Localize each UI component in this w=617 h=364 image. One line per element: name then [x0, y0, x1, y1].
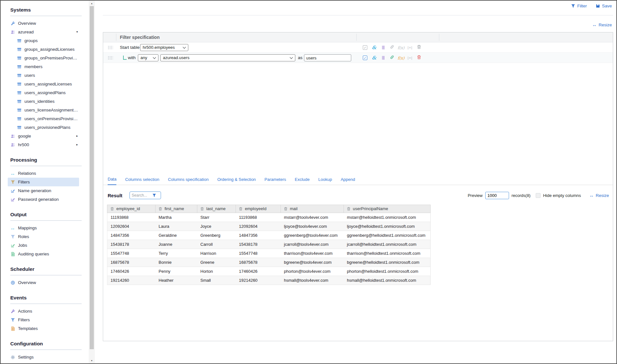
link-button[interactable]	[389, 55, 395, 60]
tab-ordering-selection[interactable]: Ordering & Selection	[217, 177, 256, 185]
drag-handle-icon[interactable]	[108, 46, 113, 49]
users-icon	[10, 142, 15, 147]
row-enabled-checkbox[interactable]: ✓	[362, 55, 368, 60]
result-bar: Result Preview records(8) Hide empty col…	[108, 191, 609, 200]
scroll-down-icon[interactable]: ▼	[89, 360, 95, 362]
chevron-right-icon[interactable]: ►	[76, 135, 79, 138]
row-enabled-checkbox[interactable]: ✓	[362, 45, 368, 50]
operator-select[interactable]: any	[138, 54, 158, 61]
table-icon	[17, 90, 22, 95]
pipe-button[interactable]	[380, 45, 386, 50]
table-cell: ggreenberg@helloidtest1.onmicrosoft.com	[344, 231, 431, 240]
search-funnel-icon[interactable]	[152, 193, 156, 197]
sidebar-item-google[interactable]: google►	[8, 132, 79, 140]
sidebar-item-mappings[interactable]: ↔Mappings	[8, 224, 79, 232]
sidebar-item-password-generation[interactable]: Password generation	[8, 195, 79, 204]
table-cell: 15438178	[236, 240, 281, 249]
chevron-right-icon[interactable]: ►	[76, 143, 79, 146]
filter-button[interactable]: Filter	[571, 4, 587, 8]
table-cell: Horton	[197, 267, 236, 276]
column-header-last_name: last_name	[197, 205, 236, 213]
sidebar-item-azuread[interactable]: azuread▼	[8, 28, 79, 36]
sidebar-item-variables[interactable]: Variables	[8, 361, 79, 363]
sidebar-item-overview[interactable]: Overview	[8, 278, 79, 287]
hide-empty-columns-checkbox[interactable]	[536, 193, 541, 198]
tab-exclude[interactable]: Exclude	[295, 177, 309, 185]
tab-append[interactable]: Append	[341, 177, 355, 185]
sidebar-item-label: Name generation	[18, 188, 51, 193]
bounds-button[interactable]: |×|	[407, 45, 413, 50]
sidebar-item-users-provisionedplans[interactable]: users_provisionedPlans	[8, 123, 79, 132]
delete-row-button[interactable]	[416, 55, 422, 60]
sidebar-item-groups[interactable]: groups	[8, 36, 79, 45]
search-input[interactable]	[132, 193, 152, 198]
sidebar-item-users-identities[interactable]: users_identities	[8, 97, 79, 106]
sidebar-item-users-licenseassignmentstat-[interactable]: users_licenseAssignmentStat...	[8, 106, 79, 114]
sidebar-item-label: groups	[24, 38, 38, 43]
alias-input[interactable]	[304, 54, 351, 61]
sidebar-item-users-assignedplans[interactable]: users_assignedPlans	[8, 88, 79, 97]
chevron-down-icon[interactable]: ▼	[76, 31, 79, 33]
column-header-employeeid: employeeId	[236, 205, 281, 213]
table-icon	[17, 38, 22, 43]
with-table-select[interactable]: azuread.users	[160, 54, 295, 61]
preview-count-input[interactable]	[485, 192, 509, 199]
trash-icon[interactable]	[239, 207, 243, 212]
sidebar-item-label: users	[24, 73, 35, 78]
tab-data[interactable]: Data	[108, 177, 116, 185]
trash-icon[interactable]	[347, 207, 351, 212]
sidebar-item-hr500[interactable]: hr500►	[8, 140, 79, 149]
sidebar-item-roles[interactable]: Roles	[8, 232, 79, 241]
sidebar-item-templates[interactable]: Templates	[8, 324, 79, 333]
function-button[interactable]: f(x)	[398, 45, 404, 50]
function-button[interactable]: f(x)	[398, 55, 404, 60]
scrollbar-thumb[interactable]	[90, 6, 94, 349]
sidebar-item-groups-assignedlicenses[interactable]: groups_assignedLicenses	[8, 45, 79, 54]
sidebar-item-users-assignedlicenses[interactable]: users_assignedLicenses	[8, 80, 79, 88]
drag-handle-icon[interactable]	[108, 56, 113, 60]
delete-row-button[interactable]	[416, 45, 422, 50]
tab-lookup[interactable]: Lookup	[318, 177, 332, 185]
scroll-up-icon[interactable]: ▲	[89, 2, 95, 4]
table-cell: 16875678	[107, 258, 156, 267]
table-cell: hsmall@helloidtest1.onmicrosoft.com	[344, 276, 431, 285]
sidebar-item-settings[interactable]: Settings	[8, 353, 79, 361]
sidebar-item-overview[interactable]: Overview	[8, 19, 79, 28]
sidebar-item-name-generation[interactable]: Name generation	[8, 186, 79, 195]
table-cell: phorton@helloidtest1.onmicrosoft.com	[344, 267, 431, 276]
pipe-button[interactable]	[380, 55, 386, 60]
function-icon: f(x)	[398, 45, 404, 50]
trash-icon[interactable]	[158, 207, 162, 212]
tab-parameters[interactable]: Parameters	[264, 177, 286, 185]
table-cell: 14847356	[236, 231, 281, 240]
save-button[interactable]: Save	[596, 4, 612, 8]
sidebar-item-groups-onpremisesprovision-[interactable]: groups_onPremisesProvision...	[8, 54, 79, 62]
table-icon	[17, 73, 22, 78]
sidebar-item-jobs[interactable]: Jobs	[8, 241, 79, 250]
bounds-button[interactable]: |×|	[407, 55, 413, 60]
and-condition-button[interactable]: &	[371, 55, 377, 60]
sidebar-item-filters[interactable]: Filters	[8, 315, 79, 324]
sidebar-item-members[interactable]: members	[8, 62, 79, 71]
resize-link-result[interactable]: ↔ Resize	[589, 193, 609, 198]
trash-icon[interactable]	[110, 207, 114, 212]
and-condition-button[interactable]: &	[371, 45, 377, 50]
tab-columns-selection[interactable]: Columns selection	[125, 177, 159, 185]
sidebar-item-actions[interactable]: Actions	[8, 307, 79, 315]
tab-columns-specification[interactable]: Columns specification	[168, 177, 209, 185]
sidebar-item-filters[interactable]: Filters	[8, 178, 79, 186]
sidebar-item-users-onpremisesprovisionin-[interactable]: users_onPremisesProvisionin...	[8, 114, 79, 123]
sidebar-item-users[interactable]: users	[8, 71, 79, 80]
with-table-select-value: azuread.users	[163, 55, 189, 60]
sidebar-scrollbar[interactable]: ▲ ▼	[89, 1, 95, 363]
trash-icon[interactable]	[284, 207, 288, 212]
sidebar-item-relations[interactable]: ↔Relations	[8, 169, 79, 178]
table-row: 15438178JoanneCarroll15438178jcarroll@to…	[107, 240, 431, 249]
trash-icon[interactable]	[200, 207, 204, 212]
sidebar-item-auditing-queries[interactable]: Auditing queries	[8, 250, 79, 258]
table-cell: 14847356	[107, 231, 156, 240]
start-table-select[interactable]: hr500.employees	[140, 44, 188, 51]
link-button[interactable]	[389, 45, 395, 50]
resize-link-top[interactable]: ↔ Resize	[592, 22, 612, 27]
table-cell: 12092604	[107, 222, 156, 231]
